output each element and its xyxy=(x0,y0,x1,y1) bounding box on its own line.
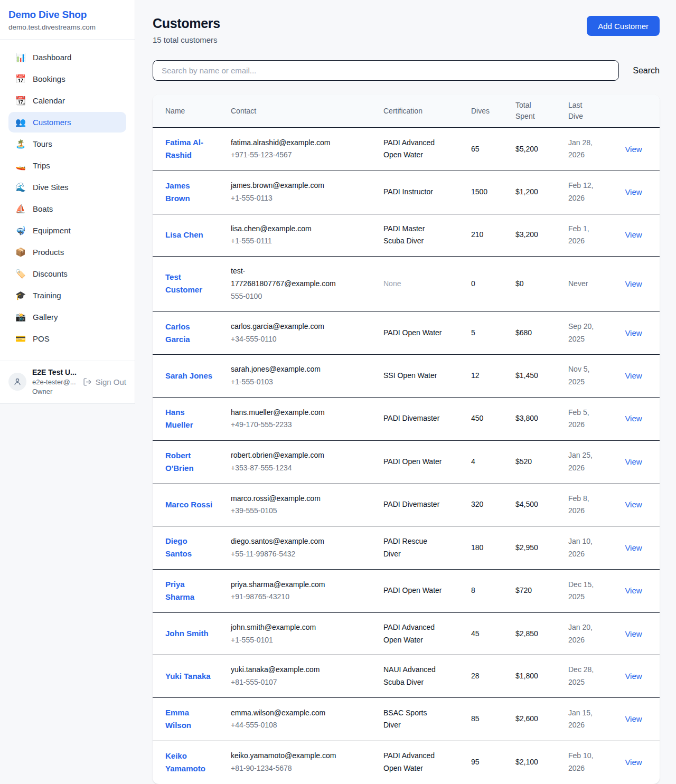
sidebar-item-label: Boats xyxy=(33,204,53,213)
customer-dives: 450 xyxy=(463,397,507,440)
view-link[interactable]: View xyxy=(625,187,642,196)
sidebar-item-trips[interactable]: 🚤 Trips xyxy=(8,155,126,176)
customer-email: keiko.yamamoto@example.com xyxy=(231,750,349,762)
column-header-last-dive: Last Dive xyxy=(560,95,607,128)
customer-phone: +1-555-0103 xyxy=(231,376,349,389)
add-customer-button[interactable]: Add Customer xyxy=(587,16,660,36)
customer-name-link[interactable]: Sarah Jones xyxy=(165,370,212,382)
sidebar-item-calendar[interactable]: 📆 Calendar xyxy=(8,90,126,111)
customer-certification: SSI Open Water xyxy=(357,355,463,398)
sidebar-item-label: Calendar xyxy=(33,96,65,105)
view-link[interactable]: View xyxy=(625,414,642,423)
view-link[interactable]: View xyxy=(625,543,642,552)
customer-email: priya.sharma@example.com xyxy=(231,579,349,591)
customer-name-link[interactable]: Test Customer xyxy=(165,271,214,296)
customer-name-link[interactable]: Robert O'Brien xyxy=(165,449,214,475)
table-row: Hans Mueller hans.mueller@example.com +4… xyxy=(153,397,660,440)
page-title: Customers xyxy=(153,16,220,31)
view-link[interactable]: View xyxy=(625,328,642,337)
customer-certification: PADI Open Water xyxy=(357,569,463,612)
customer-name-link[interactable]: Keiko Yamamoto xyxy=(165,750,214,775)
sidebar-item-pos[interactable]: 💳 POS xyxy=(8,328,126,349)
customer-certification: PADI Master Scuba Diver xyxy=(357,214,463,257)
view-link[interactable]: View xyxy=(625,758,642,767)
customer-name-link[interactable]: John Smith xyxy=(165,627,209,640)
view-link[interactable]: View xyxy=(625,500,642,509)
customer-certification: PADI Open Water xyxy=(357,440,463,484)
view-link[interactable]: View xyxy=(625,371,642,380)
column-header-name: Name xyxy=(153,95,222,128)
customer-total-spent: $720 xyxy=(507,569,560,612)
customer-name-link[interactable]: Emma Wilson xyxy=(165,706,214,732)
sign-out-button[interactable]: Sign Out xyxy=(83,377,126,386)
customer-total-spent: $2,850 xyxy=(507,612,560,655)
table-body: Fatima Al-Rashid fatima.alrashid@example… xyxy=(153,128,660,784)
sidebar-item-training[interactable]: 🎓 Training xyxy=(8,285,126,306)
sidebar-item-bookings[interactable]: 📅 Bookings xyxy=(8,69,126,89)
page-head: Customers 15 total customers Add Custome… xyxy=(153,16,660,44)
customer-phone: +1-555-0101 xyxy=(231,634,349,647)
view-link[interactable]: View xyxy=(625,586,642,595)
table-row: Keiko Yamamoto keiko.yamamoto@example.co… xyxy=(153,741,660,783)
customer-dives: 210 xyxy=(463,214,507,257)
view-link[interactable]: View xyxy=(625,145,642,154)
customer-name-link[interactable]: Carlos Garcia xyxy=(165,320,214,346)
customer-phone: +55-11-99876-5432 xyxy=(231,548,349,561)
customer-phone: +81-90-1234-5678 xyxy=(231,762,349,775)
customer-email: james.brown@example.com xyxy=(231,180,349,192)
view-link[interactable]: View xyxy=(625,279,642,288)
customer-name-link[interactable]: Priya Sharma xyxy=(165,578,214,603)
sidebar-item-tours[interactable]: 🏝️ Tours xyxy=(8,134,126,154)
customer-name-link[interactable]: Diego Santos xyxy=(165,535,214,560)
customer-last-dive: Feb 12, 2026 xyxy=(560,171,607,214)
customer-total-spent: $1,800 xyxy=(507,655,560,698)
customer-total-spent: $680 xyxy=(507,311,560,355)
customer-total-spent: $2,100 xyxy=(507,741,560,783)
sidebar-item-label: Gallery xyxy=(33,313,58,322)
user-box: E2E Test U... e2e-tester@... Owner Sign … xyxy=(0,361,135,403)
search-button[interactable]: Search xyxy=(633,66,660,75)
sidebar-item-products[interactable]: 📦 Products xyxy=(8,242,126,262)
customer-name-link[interactable]: Lisa Chen xyxy=(165,229,203,241)
customer-certification: NAUI Advanced Scuba Diver xyxy=(357,655,463,698)
view-link[interactable]: View xyxy=(625,672,642,681)
search-input[interactable] xyxy=(153,60,619,81)
sidebar-item-label: Customers xyxy=(33,118,71,127)
view-link[interactable]: View xyxy=(625,457,642,466)
sidebar-item-label: POS xyxy=(33,334,50,343)
search-row: Search xyxy=(153,60,660,81)
view-link[interactable]: View xyxy=(625,230,642,239)
customer-total-spent: $4,500 xyxy=(507,484,560,526)
customer-dives: 4 xyxy=(463,440,507,484)
customer-name-link[interactable]: Yuki Tanaka xyxy=(165,670,211,683)
customer-name-link[interactable]: Hans Mueller xyxy=(165,406,214,431)
customer-name-link[interactable]: Fatima Al-Rashid xyxy=(165,136,214,162)
customer-certification: PADI Rescue Diver xyxy=(357,526,463,570)
customer-last-dive: Dec 15, 2025 xyxy=(560,569,607,612)
customer-dives: 95 xyxy=(463,741,507,783)
sidebar-item-gallery[interactable]: 📸 Gallery xyxy=(8,307,126,327)
table-header-row: NameContactCertificationDivesTotal Spent… xyxy=(153,95,660,128)
sidebar-item-equipment[interactable]: 🤿 Equipment xyxy=(8,220,126,241)
sidebar-item-dive-sites[interactable]: 🌊 Dive Sites xyxy=(8,177,126,197)
table-row: Priya Sharma priya.sharma@example.com +9… xyxy=(153,569,660,612)
sidebar-item-label: Dashboard xyxy=(33,53,71,62)
sidebar-item-boats[interactable]: ⛵ Boats xyxy=(8,199,126,219)
sidebar-item-dashboard[interactable]: 📊 Dashboard xyxy=(8,47,126,68)
customer-dives: 0 xyxy=(463,257,507,311)
view-link[interactable]: View xyxy=(625,629,642,638)
view-link[interactable]: View xyxy=(625,714,642,723)
table-row: Lisa Chen lisa.chen@example.com +1-555-0… xyxy=(153,214,660,257)
column-header-certification: Certification xyxy=(357,95,463,128)
customer-name-link[interactable]: Marco Rossi xyxy=(165,498,212,511)
table-row: Sarah Jones sarah.jones@example.com +1-5… xyxy=(153,355,660,398)
app: Demo Dive Shop demo.test.divestreams.com… xyxy=(0,0,676,784)
sidebar-item-discounts[interactable]: 🏷️ Discounts xyxy=(8,263,126,284)
customer-email: sarah.jones@example.com xyxy=(231,363,349,376)
customer-name-link[interactable]: James Brown xyxy=(165,180,214,205)
customer-total-spent: $1,200 xyxy=(507,171,560,214)
graduation-cap-icon: 🎓 xyxy=(15,290,26,300)
customer-last-dive: Never xyxy=(560,257,607,311)
sidebar-item-customers[interactable]: 👥 Customers xyxy=(8,112,126,133)
calendar-icon: 📅 xyxy=(15,74,26,84)
